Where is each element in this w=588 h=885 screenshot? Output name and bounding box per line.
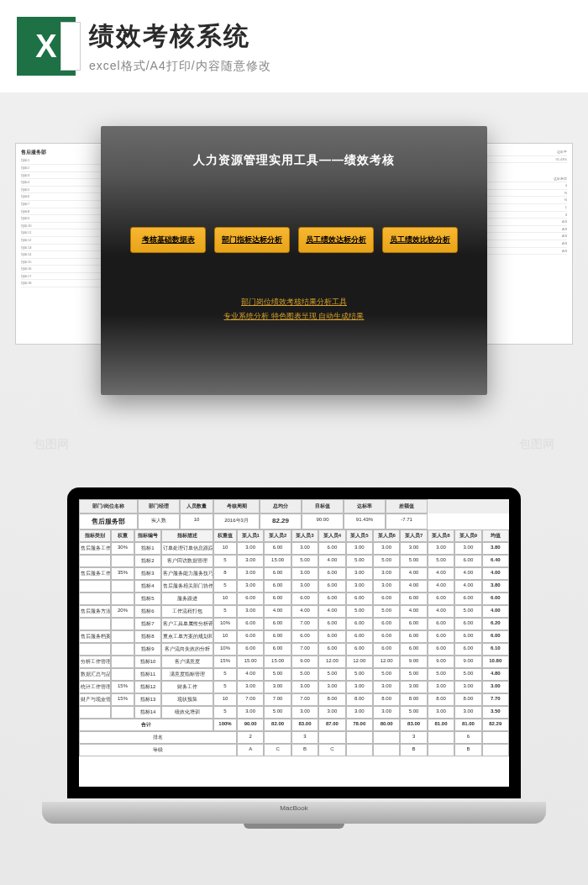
header-subtitle: excel格式/A4打印/内容随意修改 <box>89 59 571 74</box>
data-body: 售后服务工作实施30%指标1订单处理订单信息跟踪103.006.003.006.… <box>79 542 509 719</box>
table-row: 指标14绩效化培训53.005.003.003.003.003.005.003.… <box>79 706 509 719</box>
card-title: 人力资源管理实用工具——绩效考核 <box>118 153 470 168</box>
table-row: 数据汇总与品质指标11满意度指标管理54.005.005.005.005.005… <box>79 668 509 681</box>
data-header-row: 指标类别权重指标编号指标描述权重值某人员1某人员2某人员3某人员4某人员5某人员… <box>79 529 509 542</box>
card-links: 部门岗位绩效考核结果分析工具 专业系统分析 特色图表呈现 自动生成结果 <box>118 295 470 324</box>
button-row: 考核基础数据表部门指标达标分析员工绩效达标分析员工绩效比较分析 <box>118 227 470 253</box>
table-row: 指标9客户流向失效的分析10%6.006.007.006.006.006.006… <box>79 643 509 656</box>
laptop-base: MacBook <box>42 802 546 824</box>
summary-header-row: 部门/岗位名称部门经理人员数量考核周期总均分目标值达标率差额值 <box>79 499 509 514</box>
table-row: 售后服务工作实施35%指标3客户服务能力服务技巧和规范性83.006.003.0… <box>79 567 509 580</box>
total-row: 合计100%90.0082.0083.0087.0078.0080.0083.0… <box>79 719 509 731</box>
table-row: 指标2客户回访数据管理53.0015.005.004.005.005.005.0… <box>79 555 509 567</box>
card-link-1[interactable]: 部门岗位绩效考核结果分析工具 <box>241 298 347 306</box>
laptop-section: 部门/岗位名称部门经理人员数量考核周期总均分目标值达标率差额值 售后服务部实人数… <box>0 437 588 857</box>
table-row: 售后服务方法管理20%指标6工作流程打包53.004.004.004.005.0… <box>79 605 509 618</box>
laptop-mockup: 部门/岗位名称部门经理人员数量考核周期总均分目标值达标率差额值 售后服务部实人数… <box>42 487 546 832</box>
table-row: 财产与现金管理15%指标13现状预算107.007.007.008.008.00… <box>79 693 509 706</box>
header-title: 绩效考核系统 <box>89 19 571 54</box>
rank-row: 排名2336 <box>79 731 509 744</box>
page-header: 绩效考核系统 excel格式/A4打印/内容随意修改 <box>0 0 588 92</box>
laptop-screen: 部门/岗位名称部门经理人员数量考核周期总均分目标值达标率差额值 售后服务部实人数… <box>67 487 521 798</box>
nav-button-2[interactable]: 员工绩效达标分析 <box>298 227 374 253</box>
summary-data-row: 售后服务部实人数102016年3月82.2990.0091.43%-7.71 <box>79 514 509 529</box>
table-row: 售后服务档案管理指标8重点工单方案的规划和判定106.006.006.006.0… <box>79 630 509 643</box>
excel-icon <box>17 17 76 76</box>
dark-card: 人力资源管理实用工具——绩效考核 考核基础数据表部门指标达标分析员工绩效达标分析… <box>101 126 487 395</box>
nav-button-1[interactable]: 部门指标达标分析 <box>214 227 290 253</box>
laptop-brand: MacBook <box>280 804 307 812</box>
table-row: 统计工作管理15%指标12财务工作53.003.003.003.003.003.… <box>79 681 509 693</box>
table-row: 分析工作管理指标10客户满意度15%15.0015.009.0012.0012.… <box>79 656 509 668</box>
table-row: 指标7客户工具单属性分析评估10%6.006.007.006.006.006.0… <box>79 618 509 630</box>
nav-button-0[interactable]: 考核基础数据表 <box>130 227 206 253</box>
preview-section: 售后服务部 指标1…指标2…指标3…指标4…指标5…指标6…指标7…指标8…指标… <box>0 109 588 420</box>
table-row: 指标4售后服务相关部门协作53.006.003.006.003.003.004.… <box>79 580 509 593</box>
spreadsheet: 部门/岗位名称部门经理人员数量考核周期总均分目标值达标率差额值 售后服务部实人数… <box>79 499 509 787</box>
table-row: 指标5服务跟进106.006.006.006.006.006.006.006.0… <box>79 593 509 605</box>
card-link-2[interactable]: 专业系统分析 特色图表呈现 自动生成结果 <box>223 312 364 320</box>
nav-button-3[interactable]: 员工绩效比较分析 <box>382 227 458 253</box>
table-row: 售后服务工作实施30%指标1订单处理订单信息跟踪103.006.003.006.… <box>79 542 509 555</box>
grade-row: 等级ACBCBB <box>79 744 509 756</box>
header-text: 绩效考核系统 excel格式/A4打印/内容随意修改 <box>89 19 571 74</box>
